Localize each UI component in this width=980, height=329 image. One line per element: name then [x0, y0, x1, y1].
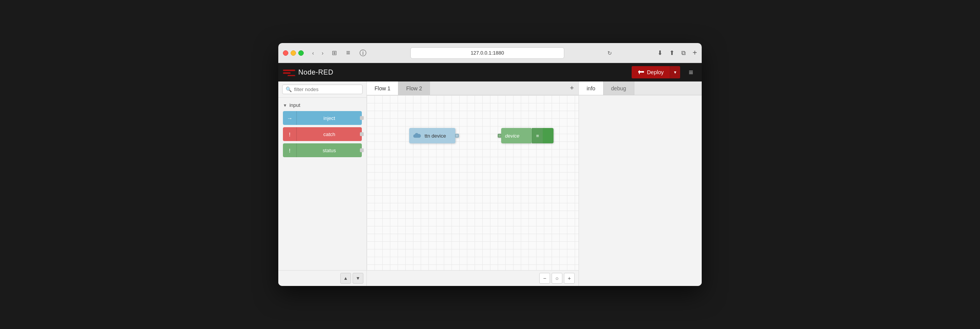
sidebar-content: ▼ input → inject	[278, 98, 366, 270]
logo-area: Node-RED	[283, 68, 333, 76]
tab-flow1[interactable]: Flow 1	[367, 81, 398, 95]
inject-icon: →	[287, 115, 293, 121]
new-tab-button[interactable]: +	[692, 48, 697, 57]
catch-icon: !	[289, 131, 290, 138]
right-panel-content	[579, 95, 702, 286]
svg-rect-0	[283, 70, 295, 71]
zoom-out-button[interactable]: −	[539, 273, 550, 284]
node-red-logo-icon	[283, 68, 295, 76]
maximize-traffic-light[interactable]	[298, 50, 304, 56]
tab-debug[interactable]: debug	[604, 81, 634, 95]
sidebar-footer: ▲ ▼	[278, 270, 366, 286]
input-category: ▼ input → inject	[278, 101, 366, 159]
status-icon: !	[289, 147, 290, 154]
search-input[interactable]	[294, 86, 359, 92]
inject-icon-area: →	[283, 111, 297, 125]
info-tab-label: info	[587, 85, 595, 91]
url-text: 127.0.0.1:1880	[471, 50, 504, 56]
inject-node[interactable]: → inject	[283, 111, 362, 125]
browser-window: ‹ › ⊞ ≡ ⓘ 127.0.0.1:1880 ↻ ⬇ ⬆ ⧉ + Node-…	[278, 43, 702, 286]
main-menu-button[interactable]: ≡	[685, 65, 697, 80]
status-label: status	[297, 148, 362, 153]
cloud-icon	[413, 133, 421, 139]
app-header: Node-RED Deploy ▾ ≡	[278, 63, 702, 81]
header-right: Deploy ▾ ≡	[632, 65, 697, 80]
search-icon: 🔍	[286, 86, 292, 92]
add-tab-button[interactable]: +	[565, 81, 579, 95]
device-status-button[interactable]	[543, 128, 554, 143]
ttn-device-label: ttn device	[425, 133, 446, 139]
traffic-lights	[283, 50, 304, 56]
input-category-label: input	[289, 102, 300, 108]
app: Node-RED Deploy ▾ ≡	[278, 63, 702, 286]
right-panel: info debug	[579, 81, 702, 286]
back-button[interactable]: ‹	[310, 48, 316, 58]
duplicate-button[interactable]: ⧉	[679, 48, 688, 58]
browser-actions: ⬇ ⬆ ⧉	[655, 48, 688, 58]
catch-node[interactable]: ! catch	[283, 127, 362, 141]
svg-rect-2	[288, 75, 295, 76]
close-traffic-light[interactable]	[283, 50, 288, 56]
input-category-header[interactable]: ▼ input	[278, 101, 366, 110]
device-output-node[interactable]: device ≡	[498, 128, 554, 143]
right-tabs: info debug	[579, 81, 702, 95]
device-list-button[interactable]: ≡	[532, 128, 543, 143]
deploy-icon	[638, 69, 644, 75]
tab-flow2-label: Flow 2	[406, 85, 422, 91]
forward-button[interactable]: ›	[319, 48, 326, 58]
zoom-reset-button[interactable]: ○	[552, 273, 562, 284]
app-title: Node-RED	[298, 68, 333, 76]
zoom-in-button[interactable]: +	[564, 273, 575, 284]
browser-chrome: ‹ › ⊞ ≡ ⓘ 127.0.0.1:1880 ↻ ⬇ ⬆ ⧉ +	[278, 43, 702, 63]
catch-icon-area: !	[283, 127, 297, 141]
device-label: device	[505, 133, 520, 139]
sidebar: 🔍 ▼ input →	[278, 81, 367, 286]
sidebar-toggle-button[interactable]: ⊞	[329, 48, 340, 58]
scroll-up-button[interactable]: ▲	[340, 273, 351, 284]
tab-flow2[interactable]: Flow 2	[398, 81, 430, 95]
svg-rect-4	[641, 71, 644, 73]
device-body: device	[501, 128, 532, 143]
ttn-device-node[interactable]: ttn device	[409, 128, 459, 143]
ttn-device-body: ttn device	[409, 128, 455, 143]
app-body: 🔍 ▼ input →	[278, 81, 702, 286]
tabs-bar: Flow 1 Flow 2 +	[367, 81, 579, 95]
inject-output-port	[360, 116, 364, 120]
layers-button[interactable]: ≡	[343, 47, 353, 58]
catch-label: catch	[297, 131, 362, 137]
inject-label: inject	[297, 115, 362, 121]
tab-flow1-label: Flow 1	[375, 85, 390, 91]
canvas-area: Flow 1 Flow 2 +	[367, 81, 579, 286]
address-bar[interactable]: 127.0.0.1:1880	[410, 47, 564, 59]
svg-rect-1	[283, 72, 291, 74]
flow-canvas[interactable]: ttn device device ≡	[367, 95, 579, 270]
ttn-device-output-port	[455, 134, 459, 138]
status-output-port	[360, 148, 364, 152]
deploy-dropdown-button[interactable]: ▾	[670, 66, 680, 78]
input-chevron-icon: ▼	[283, 103, 287, 108]
reload-button[interactable]: ↻	[605, 48, 614, 58]
catch-output-port	[360, 132, 364, 136]
download-button[interactable]: ⬇	[655, 48, 665, 58]
tab-info[interactable]: info	[579, 81, 604, 95]
share-button[interactable]: ⬆	[667, 48, 677, 58]
search-input-wrap: 🔍	[282, 85, 363, 94]
minimize-traffic-light[interactable]	[291, 50, 296, 56]
scroll-down-button[interactable]: ▼	[353, 273, 363, 284]
deploy-button[interactable]: Deploy	[632, 66, 670, 78]
deploy-label: Deploy	[647, 69, 664, 75]
info-button[interactable]: ⓘ	[356, 47, 370, 59]
deploy-button-group: Deploy ▾	[632, 66, 681, 78]
input-nodes-list: → inject ! catch	[278, 110, 366, 159]
canvas-footer: − ○ +	[367, 270, 579, 286]
debug-tab-label: debug	[611, 85, 626, 91]
status-node[interactable]: ! status	[283, 143, 362, 157]
sidebar-search: 🔍	[278, 81, 366, 98]
status-icon-area: !	[283, 143, 297, 157]
wire-svg	[367, 95, 579, 270]
